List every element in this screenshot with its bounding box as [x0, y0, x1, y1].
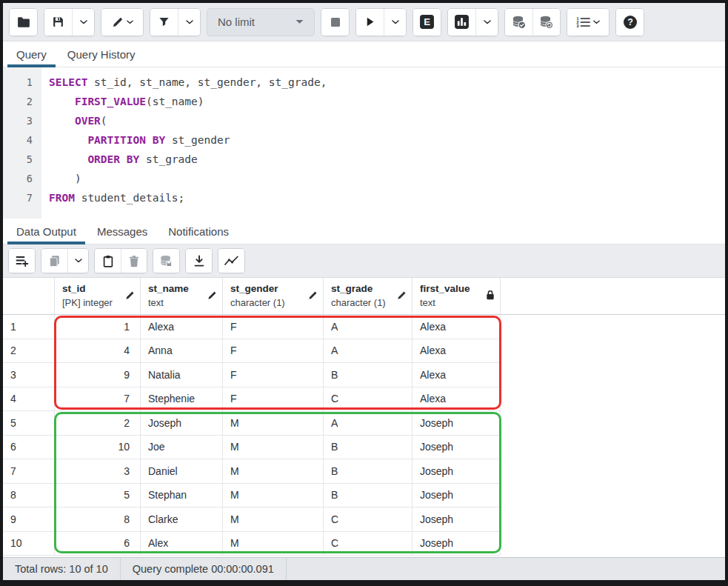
paste-button[interactable]: [95, 249, 121, 273]
cell-st_gender[interactable]: F: [223, 315, 324, 339]
cell-first_value[interactable]: Alexa: [413, 339, 501, 364]
cell-st_grade[interactable]: C: [324, 507, 413, 532]
cell-st_name[interactable]: Stephenie: [141, 387, 223, 412]
sql-editor[interactable]: 1234567 SELECT st_id, st_name, st_gender…: [3, 67, 725, 219]
cell-st_grade[interactable]: A: [324, 339, 413, 364]
save-button[interactable]: [44, 9, 72, 36]
row-number[interactable]: 4: [3, 387, 55, 412]
tab-messages[interactable]: Messages: [87, 219, 158, 244]
cell-st_name[interactable]: Natalia: [141, 363, 223, 387]
row-number[interactable]: 5: [3, 411, 55, 436]
table-row: 106AlexMCJoseph: [3, 532, 725, 556]
macros-button[interactable]: 123: [567, 9, 609, 36]
filter-options-button[interactable]: [178, 9, 200, 36]
cell-st_id[interactable]: 4: [55, 339, 141, 364]
cell-st_grade[interactable]: C: [324, 387, 413, 412]
cell-st_id[interactable]: 5: [55, 484, 141, 508]
open-file-button[interactable]: [10, 9, 37, 36]
cell-st_gender[interactable]: M: [223, 532, 324, 556]
code-lines[interactable]: SELECT st_id, st_name, st_gender, st_gra…: [41, 67, 725, 219]
copy-options-button[interactable]: [67, 249, 88, 273]
tab-data-output[interactable]: Data Output: [6, 219, 87, 244]
cell-first_value[interactable]: Alexa: [413, 387, 501, 412]
cell-st_grade[interactable]: B: [324, 484, 413, 508]
cell-st_name[interactable]: Clarke: [141, 507, 223, 532]
cell-st_name[interactable]: Alex: [141, 532, 223, 556]
cell-first_value[interactable]: Joseph: [413, 436, 501, 460]
copy-button[interactable]: [41, 249, 67, 273]
cell-st_gender[interactable]: M: [223, 484, 324, 508]
row-number[interactable]: 7: [3, 459, 55, 484]
explain-analyze-button[interactable]: [448, 9, 475, 36]
column-type: text: [148, 296, 205, 310]
explain-button[interactable]: E: [413, 9, 441, 36]
column-header-first_value[interactable]: first_valuetext: [413, 278, 501, 314]
edit-button[interactable]: [101, 9, 143, 36]
cell-st_name[interactable]: Joe: [141, 436, 223, 460]
delete-rows-button[interactable]: [121, 249, 147, 273]
cell-st_name[interactable]: Anna: [141, 339, 223, 364]
cell-first_value[interactable]: Alexa: [413, 363, 501, 387]
cell-st_grade[interactable]: C: [324, 532, 413, 556]
cell-st_id[interactable]: 9: [55, 363, 141, 387]
cell-st_id[interactable]: 10: [55, 436, 141, 460]
add-row-button[interactable]: [9, 249, 35, 273]
row-number[interactable]: 9: [3, 507, 55, 532]
cell-st_grade[interactable]: B: [324, 363, 413, 387]
cell-st_name[interactable]: Stephan: [141, 484, 223, 508]
tab-query-history[interactable]: Query History: [57, 41, 146, 67]
cell-first_value[interactable]: Alexa: [413, 315, 501, 339]
row-limit-select[interactable]: No limit: [207, 8, 315, 36]
cell-st_id[interactable]: 8: [55, 507, 141, 532]
cell-st_grade[interactable]: B: [324, 436, 413, 460]
column-header-st_id[interactable]: st_id[PK] integer: [55, 278, 141, 314]
tab-query[interactable]: Query: [6, 41, 57, 67]
rollback-button[interactable]: [532, 9, 560, 36]
download-results-button[interactable]: [186, 249, 212, 273]
select-all-corner[interactable]: [3, 278, 55, 314]
cell-st_gender[interactable]: M: [223, 459, 324, 484]
row-number[interactable]: 10: [3, 532, 55, 556]
cell-st_gender[interactable]: M: [223, 411, 324, 436]
row-number[interactable]: 1: [3, 315, 55, 339]
row-number[interactable]: 8: [3, 484, 55, 508]
cell-first_value[interactable]: Joseph: [413, 532, 501, 556]
cell-st_name[interactable]: Daniel: [141, 459, 223, 484]
explain-options-button[interactable]: [475, 9, 498, 36]
stop-button[interactable]: [321, 9, 349, 36]
cell-st_gender[interactable]: M: [223, 436, 324, 460]
cell-first_value[interactable]: Joseph: [413, 507, 501, 532]
graph-visualiser-button[interactable]: [218, 249, 244, 273]
cell-st_grade[interactable]: A: [324, 411, 413, 436]
column-header-st_gender[interactable]: st_gendercharacter (1): [223, 278, 324, 314]
cell-st_id[interactable]: 6: [55, 532, 141, 556]
row-number[interactable]: 2: [3, 339, 55, 364]
cell-st_id[interactable]: 2: [55, 411, 141, 436]
commit-button[interactable]: [505, 9, 532, 36]
column-header-st_name[interactable]: st_nametext: [141, 278, 223, 314]
cell-st_name[interactable]: Alexa: [141, 315, 223, 339]
column-header-st_grade[interactable]: st_gradecharacter (1): [324, 278, 413, 314]
cell-st_grade[interactable]: A: [324, 315, 413, 339]
execute-button[interactable]: [356, 9, 384, 36]
row-number[interactable]: 3: [3, 363, 55, 387]
cell-first_value[interactable]: Joseph: [413, 484, 501, 508]
cell-st_gender[interactable]: F: [223, 363, 324, 387]
cell-st_gender[interactable]: M: [223, 507, 324, 532]
row-number[interactable]: 6: [3, 436, 55, 460]
cell-st_id[interactable]: 7: [55, 387, 141, 412]
tab-notifications[interactable]: Notifications: [158, 219, 239, 244]
save-data-changes-button[interactable]: [153, 249, 179, 273]
save-options-button[interactable]: [72, 9, 94, 36]
cell-first_value[interactable]: Joseph: [413, 459, 501, 484]
cell-st_id[interactable]: 1: [55, 315, 141, 339]
execute-options-button[interactable]: [384, 9, 406, 36]
cell-st_id[interactable]: 3: [55, 459, 141, 484]
filter-button[interactable]: [150, 9, 178, 36]
cell-st_gender[interactable]: F: [223, 339, 324, 364]
help-button[interactable]: ?: [616, 9, 644, 36]
cell-first_value[interactable]: Joseph: [413, 411, 501, 436]
cell-st_name[interactable]: Joseph: [141, 411, 223, 436]
cell-st_gender[interactable]: F: [223, 387, 324, 412]
cell-st_grade[interactable]: B: [324, 459, 413, 484]
